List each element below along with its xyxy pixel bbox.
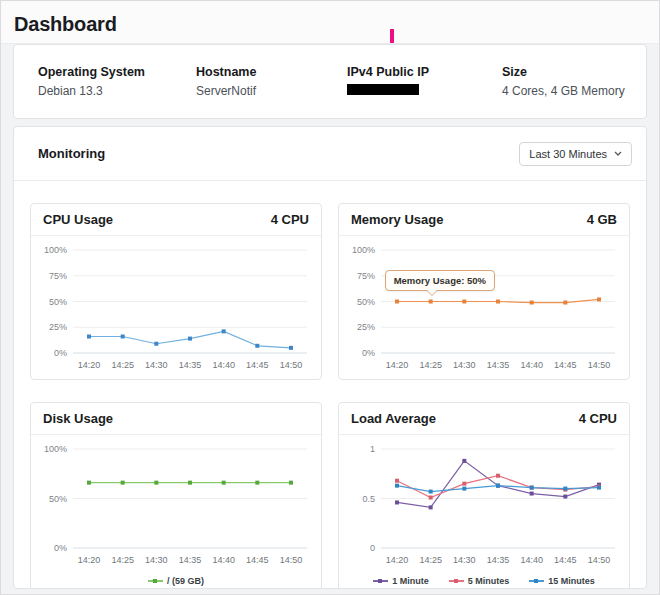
x-tick-label: 14:40 xyxy=(520,360,543,370)
data-point[interactable] xyxy=(121,335,125,339)
data-point[interactable] xyxy=(395,500,399,504)
legend-marker-dot xyxy=(153,579,157,583)
data-point[interactable] xyxy=(429,496,433,500)
x-tick-label: 14:35 xyxy=(179,360,202,370)
disk-usage-chart-card: Disk Usage 0%50%100%14:2014:2514:3014:35… xyxy=(30,402,322,589)
chart-unit-label: 4 CPU xyxy=(271,212,309,227)
data-point[interactable] xyxy=(496,300,500,304)
legend-label: 15 Minutes xyxy=(548,576,595,586)
chart-legend: 1 Minute5 Minutes15 Minutes xyxy=(339,576,629,586)
info-field-operating-system: Operating System Debian 13.3 xyxy=(38,65,196,118)
data-point[interactable] xyxy=(188,481,192,485)
data-point[interactable] xyxy=(289,346,293,350)
info-field-value: Debian 13.3 xyxy=(38,84,196,98)
legend-item[interactable]: 1 Minute xyxy=(373,576,429,586)
chart-title: Load Average xyxy=(351,411,436,426)
data-point[interactable] xyxy=(429,490,433,494)
data-point[interactable] xyxy=(563,301,567,305)
x-tick-label: 14:25 xyxy=(111,555,134,565)
data-point[interactable] xyxy=(597,297,601,301)
legend-item[interactable]: / (59 GB) xyxy=(148,576,204,586)
x-tick-label: 14:45 xyxy=(246,555,269,565)
y-tick-label: 75% xyxy=(49,271,67,281)
data-point[interactable] xyxy=(563,487,567,491)
info-field-label: Hostname xyxy=(196,65,347,79)
data-point[interactable] xyxy=(429,505,433,509)
cpu-usage-chart-card: CPU Usage 4 CPU 0%25%50%75%100%14:2014:2… xyxy=(30,203,322,380)
info-field-size: Size 4 Cores, 4 GB Memory xyxy=(502,65,646,118)
x-tick-label: 14:35 xyxy=(487,360,510,370)
y-tick-label: 100% xyxy=(352,245,375,255)
legend-marker-dot xyxy=(378,579,382,583)
dashboard-screen: Dashboard Operating System Debian 13.3 H… xyxy=(0,0,660,595)
data-point[interactable] xyxy=(496,474,500,478)
chart-header: Memory Usage 4 GB xyxy=(339,204,629,236)
data-point[interactable] xyxy=(462,300,466,304)
disk-usage-chart-body: 0%50%100%14:2014:2514:3014:3514:4014:451… xyxy=(31,435,321,589)
data-point[interactable] xyxy=(87,335,91,339)
x-tick-label: 14:20 xyxy=(78,360,101,370)
data-point[interactable] xyxy=(154,342,158,346)
page-body: Operating System Debian 13.3 Hostname Se… xyxy=(1,44,659,589)
y-tick-label: 0% xyxy=(54,543,67,553)
y-tick-label: 100% xyxy=(44,245,67,255)
data-point[interactable] xyxy=(496,484,500,488)
data-point[interactable] xyxy=(255,344,259,348)
data-point[interactable] xyxy=(222,481,226,485)
data-point[interactable] xyxy=(395,300,399,304)
chart-unit-label: 4 CPU xyxy=(579,411,617,426)
chevron-down-icon xyxy=(614,151,622,156)
data-point[interactable] xyxy=(188,337,192,341)
memory-usage-tooltip: Memory Usage: 50% xyxy=(385,270,495,291)
data-point[interactable] xyxy=(462,459,466,463)
data-point[interactable] xyxy=(462,482,466,486)
y-tick-label: 50% xyxy=(357,297,375,307)
legend-item[interactable]: 15 Minutes xyxy=(529,576,595,586)
y-tick-label: 0 xyxy=(370,543,375,553)
x-tick-label: 14:40 xyxy=(212,360,235,370)
x-tick-label: 14:30 xyxy=(453,360,476,370)
load-average-plot: 00.5114:2014:2514:3014:3514:4014:4514:50 xyxy=(339,435,629,589)
chart-title: CPU Usage xyxy=(43,212,113,227)
legend-marker xyxy=(449,580,464,582)
info-field-value: 4 Cores, 4 GB Memory xyxy=(502,84,646,98)
chart-unit-label: 4 GB xyxy=(587,212,617,227)
y-tick-label: 1 xyxy=(370,444,375,454)
data-point[interactable] xyxy=(154,481,158,485)
info-field-ipv4-public-ip: IPv4 Public IP xyxy=(347,65,502,118)
cpu-usage-chart-body: 0%25%50%75%100%14:2014:2514:3014:3514:40… xyxy=(31,236,321,379)
x-tick-label: 14:50 xyxy=(588,360,611,370)
x-tick-label: 14:45 xyxy=(246,360,269,370)
data-point[interactable] xyxy=(530,492,534,496)
data-point[interactable] xyxy=(597,486,601,490)
data-point[interactable] xyxy=(121,481,125,485)
legend-marker xyxy=(529,580,544,582)
y-tick-label: 50% xyxy=(49,297,67,307)
legend-item[interactable]: 5 Minutes xyxy=(449,576,510,586)
x-tick-label: 14:20 xyxy=(386,555,409,565)
data-point[interactable] xyxy=(429,300,433,304)
charts-grid: CPU Usage 4 CPU 0%25%50%75%100%14:2014:2… xyxy=(14,181,646,589)
y-tick-label: 50% xyxy=(49,494,67,504)
x-tick-label: 14:20 xyxy=(386,360,409,370)
data-point[interactable] xyxy=(530,486,534,490)
time-range-selector[interactable]: Last 30 Minutes xyxy=(519,142,632,166)
legend-label: 1 Minute xyxy=(392,576,429,586)
disk-usage-plot: 0%50%100%14:2014:2514:3014:3514:4014:451… xyxy=(31,435,321,589)
data-point[interactable] xyxy=(563,495,567,499)
data-point[interactable] xyxy=(462,487,466,491)
data-point[interactable] xyxy=(289,481,293,485)
data-point[interactable] xyxy=(255,481,259,485)
pink-cursor-marker xyxy=(390,29,394,43)
x-tick-label: 14:30 xyxy=(145,555,168,565)
legend-marker-dot xyxy=(454,579,458,583)
time-range-value: Last 30 Minutes xyxy=(529,148,607,160)
data-point[interactable] xyxy=(395,479,399,483)
memory-usage-chart-body: Memory Usage: 50% 0%25%50%75%100%14:2014… xyxy=(339,236,629,379)
x-tick-label: 14:25 xyxy=(111,360,134,370)
data-point[interactable] xyxy=(395,484,399,488)
page-header: Dashboard xyxy=(1,1,659,44)
data-point[interactable] xyxy=(530,301,534,305)
data-point[interactable] xyxy=(222,329,226,333)
data-point[interactable] xyxy=(87,481,91,485)
